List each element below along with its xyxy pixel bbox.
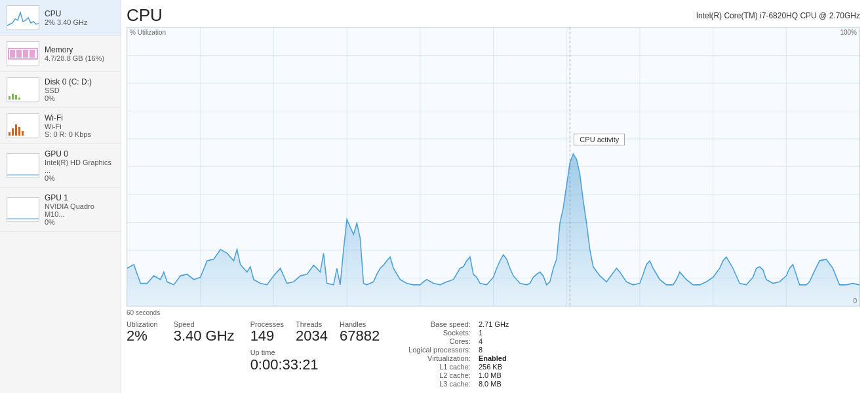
gpu0-sub2: 0%: [45, 174, 114, 182]
svg-rect-15: [7, 154, 39, 178]
uptime-label: Up time: [250, 348, 275, 356]
disk-name: Disk 0 (C: D:): [45, 77, 114, 86]
disk-sub1: SSD: [45, 86, 114, 94]
l3-key: L3 cache:: [408, 380, 471, 388]
utilization-value: 2%: [127, 328, 158, 344]
wifi-thumb: [7, 113, 39, 138]
sidebar-item-memory[interactable]: Memory 4.7/28.8 GB (16%): [0, 36, 121, 72]
sidebar-item-disk[interactable]: Disk 0 (C: D:) SSD 0%: [0, 72, 121, 108]
sockets-val: 1: [479, 329, 509, 337]
svg-rect-13: [18, 127, 20, 136]
disk-thumb: [7, 77, 39, 102]
memory-sub: 4.7/28.8 GB (16%): [45, 54, 114, 62]
sockets-key: Sockets:: [408, 329, 471, 337]
memory-thumb: [7, 41, 39, 66]
l2-val: 1.0 MB: [479, 371, 509, 379]
processes-group: Processes 149: [250, 320, 284, 344]
sidebar-item-wifi[interactable]: Wi-Fi Wi-Fi S: 0 R: 0 Kbps: [0, 108, 121, 144]
svg-rect-3: [16, 50, 22, 58]
time-axis-label: 60 seconds: [127, 309, 860, 316]
cores-key: Cores:: [408, 337, 471, 345]
l1-val: 256 KB: [479, 363, 509, 371]
cpu-sub: 2% 3.40 GHz: [45, 18, 114, 26]
main-header: CPU Intel(R) Core(TM) i7-6820HQ CPU @ 2.…: [127, 5, 860, 26]
sidebar-item-gpu1[interactable]: GPU 1 NVIDIA Quadro M10... 0%: [0, 188, 121, 232]
wifi-sub2: S: 0 R: 0 Kbps: [45, 130, 114, 138]
cores-val: 4: [479, 337, 509, 345]
svg-rect-17: [7, 198, 39, 221]
spec-table: Base speed: 2.71 GHz Sockets: 1 Cores: 4…: [408, 320, 509, 388]
logical-key: Logical processors:: [408, 346, 471, 354]
threads-value: 2034: [296, 328, 328, 344]
wifi-sidebar-info: Wi-Fi Wi-Fi S: 0 R: 0 Kbps: [45, 113, 114, 138]
base-speed-val: 2.71 GHz: [479, 320, 509, 328]
virt-val: Enabled: [479, 354, 509, 362]
base-speed-key: Base speed:: [408, 320, 471, 328]
svg-rect-2: [10, 50, 15, 58]
svg-rect-7: [12, 94, 14, 100]
cpu-name: CPU: [45, 9, 114, 18]
processes-value: 149: [250, 328, 284, 344]
l2-key: L2 cache:: [408, 371, 471, 379]
pct-100-label: 100%: [840, 29, 857, 36]
svg-rect-14: [22, 131, 24, 136]
handles-value: 67882: [340, 328, 380, 344]
gpu0-sub1: Intel(R) HD Graphics ...: [45, 159, 114, 174]
cpu-chart-area: % Utilization 100% 0: [127, 27, 860, 307]
gpu0-thumb: [7, 153, 39, 178]
utilization-group: Utilization 2%: [127, 320, 158, 388]
gpu1-sub1: NVIDIA Quadro M10...: [45, 202, 114, 218]
svg-rect-11: [12, 128, 14, 136]
svg-rect-9: [18, 98, 20, 100]
memory-name: Memory: [45, 45, 114, 54]
stats-area: Utilization 2% Speed 3.40 GHz Processes …: [127, 320, 860, 388]
disk-sidebar-info: Disk 0 (C: D:) SSD 0%: [45, 77, 114, 102]
wifi-sub1: Wi-Fi: [45, 122, 114, 130]
cpu-sidebar-info: CPU 2% 3.40 GHz: [45, 9, 114, 26]
memory-sidebar-info: Memory 4.7/28.8 GB (16%): [45, 45, 114, 62]
pct-0-label: 0: [853, 297, 857, 305]
svg-rect-6: [9, 96, 10, 100]
sidebar-item-gpu0[interactable]: GPU 0 Intel(R) HD Graphics ... 0%: [0, 144, 121, 188]
threads-group: Threads 2034: [296, 320, 328, 344]
svg-rect-5: [30, 50, 35, 58]
svg-rect-12: [15, 124, 17, 136]
speed-group: Speed 3.40 GHz: [174, 320, 235, 388]
speed-value: 3.40 GHz: [174, 328, 235, 344]
svg-rect-10: [9, 132, 10, 136]
gpu1-name: GPU 1: [45, 193, 114, 202]
svg-rect-4: [23, 50, 28, 58]
cpu-model-label: Intel(R) Core(TM) i7-6820HQ CPU @ 2.70GH…: [696, 11, 860, 20]
l3-val: 8.0 MB: [479, 380, 509, 388]
utilization-axis-label: % Utilization: [130, 29, 166, 36]
logical-val: 8: [479, 346, 509, 354]
handles-group: Handles 67882: [340, 320, 380, 344]
cpu-thumb: [7, 5, 39, 30]
gpu1-sidebar-info: GPU 1 NVIDIA Quadro M10... 0%: [45, 193, 114, 226]
sidebar-item-cpu[interactable]: CPU 2% 3.40 GHz: [0, 0, 121, 36]
svg-rect-8: [15, 95, 17, 100]
sidebar: CPU 2% 3.40 GHz Memory 4.7/28.8 GB (16%): [0, 0, 121, 393]
gpu1-sub2: 0%: [45, 218, 114, 226]
cpu-chart-svg: [127, 28, 859, 306]
l1-key: L1 cache:: [408, 363, 471, 371]
gpu0-name: GPU 0: [45, 149, 114, 159]
uptime-value: 0:00:33:21: [250, 357, 380, 373]
disk-sub2: 0%: [45, 94, 114, 102]
virt-key: Virtualization:: [408, 354, 471, 362]
page-title: CPU: [127, 5, 163, 26]
gpu0-sidebar-info: GPU 0 Intel(R) HD Graphics ... 0%: [45, 149, 114, 182]
wifi-name: Wi-Fi: [45, 113, 114, 122]
gpu1-thumb: [7, 197, 39, 222]
main-panel: CPU Intel(R) Core(TM) i7-6820HQ CPU @ 2.…: [121, 0, 868, 393]
